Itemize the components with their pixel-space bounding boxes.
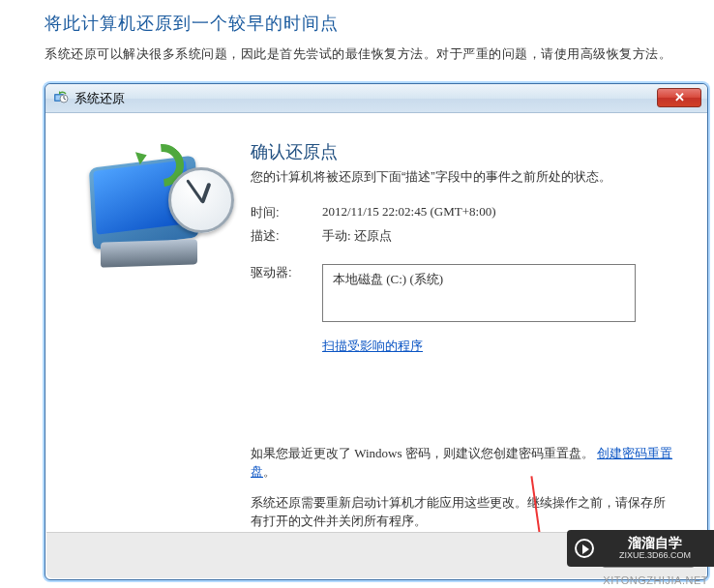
time-label: 时间: — [251, 204, 322, 221]
restart-note: 系统还原需要重新启动计算机才能应用这些更改。继续操作之前，请保存所有打开的文件并… — [251, 493, 676, 531]
system-restore-icon — [53, 91, 69, 106]
dialog-left-column — [67, 140, 251, 531]
confirm-subheading: 您的计算机将被还原到下面“描述”字段中的事件之前所处的状态。 — [251, 167, 676, 187]
dialog-body: 确认还原点 您的计算机将被还原到下面“描述”字段中的事件之前所处的状态。 时间:… — [45, 113, 707, 531]
dialog-right-column: 确认还原点 您的计算机将被还原到下面“描述”字段中的事件之前所处的状态。 时间:… — [251, 140, 686, 531]
titlebar: 系统还原 ✕ — [45, 84, 707, 113]
watermark-brand: 溜溜自学 ZIXUE.3D66.COM — [567, 530, 714, 567]
time-value: 2012/11/15 22:02:45 (GMT+8:00) — [322, 204, 495, 221]
watermark-url: ZIXUE.3D66.COM — [619, 551, 691, 561]
desc-label: 描述: — [251, 227, 322, 245]
scan-affected-link[interactable]: 扫描受影响的程序 — [322, 338, 423, 355]
page-heading: 将此计算机还原到一个较早的时间点 — [0, 0, 714, 43]
restore-clock-icon — [81, 146, 236, 277]
password-note: 如果您最近更改了 Windows 密码，则建议您创建密码重置盘。 创建密码重置盘… — [251, 444, 676, 482]
close-button[interactable]: ✕ — [657, 88, 701, 107]
page-intro: 系统还原可以解决很多系统问题，因此是首先尝试的最佳恢复方法。对于严重的问题，请使… — [0, 43, 714, 63]
drives-value: 本地磁盘 (C:) (系统) — [333, 272, 443, 286]
drives-listbox[interactable]: 本地磁盘 (C:) (系统) — [322, 264, 636, 322]
watermark-brand-text: 溜溜自学 — [628, 536, 682, 550]
system-restore-dialog: 系统还原 ✕ 确认还原点 您的计算机将被还原到下面“描述”字段中的事件之前所处的… — [45, 83, 708, 580]
drives-label: 驱动器: — [251, 264, 322, 332]
dialog-title: 系统还原 — [74, 90, 125, 107]
play-icon — [575, 539, 594, 558]
desc-value: 手动: 还原点 — [322, 227, 392, 245]
watermark-corner: XITONGZHIJIA.NET — [603, 574, 708, 586]
password-note-text: 如果您最近更改了 Windows 密码，则建议您创建密码重置盘。 — [251, 446, 594, 460]
confirm-heading: 确认还原点 — [251, 140, 676, 163]
